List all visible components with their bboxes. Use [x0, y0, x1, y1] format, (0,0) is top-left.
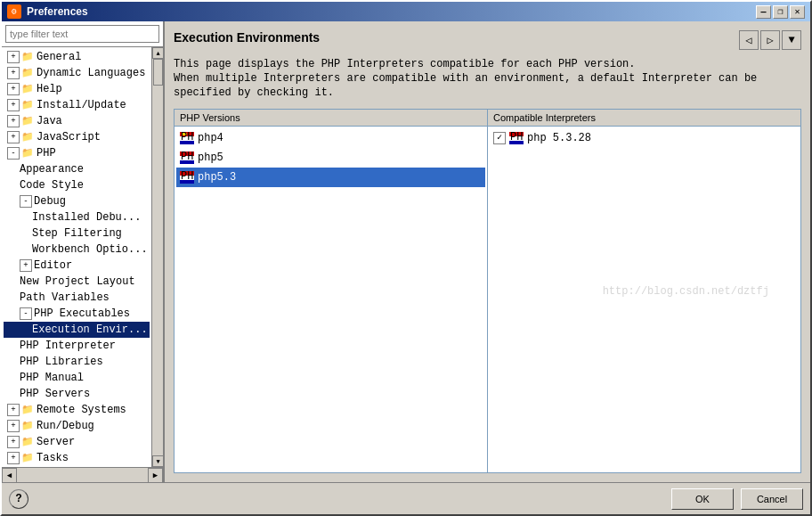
minimize-button[interactable]: — [756, 5, 771, 19]
tree-label-editor: Editor [34, 258, 72, 273]
back-button[interactable]: ◁ [739, 30, 759, 50]
tree-label-tasks: Tasks [37, 451, 69, 465]
folder-icon-tasks: 📁 [21, 451, 34, 465]
tree-label-javascript: JavaScript [37, 130, 101, 144]
scroll-thumb[interactable] [153, 59, 163, 86]
tree-item-php-interpreter[interactable]: PHP Interpreter [4, 338, 150, 354]
tree-label-general: General [37, 50, 81, 64]
scroll-left-btn[interactable]: ◀ [2, 468, 17, 482]
tree-label-php-interpreter: PHP Interpreter [20, 339, 116, 353]
tree-item-general[interactable]: + 📁 General [4, 49, 150, 65]
title-bar: ⚙ Preferences — ❐ ✕ [2, 2, 810, 21]
tree-item-php-executables[interactable]: - PHP Executables [4, 306, 150, 322]
tree-item-remote-systems[interactable]: + 📁 Remote Systems [4, 402, 150, 418]
php-version-item-php4[interactable]: PHP php4 [176, 128, 485, 148]
tree-label-new-project-layout: New Project Layout [20, 274, 135, 289]
tree-label-php-servers: PHP Servers [20, 387, 90, 401]
expand-icon-php-executables[interactable]: - [20, 307, 32, 320]
svg-text:PHP: PHP [181, 170, 194, 183]
tree-item-step-filtering[interactable]: Step Filtering [4, 225, 150, 242]
tree-item-execution-envir[interactable]: Execution Envir... [4, 322, 150, 338]
tree-label-php: PHP [37, 146, 56, 160]
php-versions-header: PHP Versions [175, 110, 487, 127]
tree-item-editor[interactable]: + Editor [4, 258, 150, 274]
tree-label-debug: Debug [34, 194, 66, 209]
tree-scrollbar: ▲ ▼ [151, 47, 163, 467]
title-buttons: — ❐ ✕ [756, 5, 805, 19]
tree-item-javascript[interactable]: + 📁 JavaScript [4, 129, 150, 145]
tree-item-java[interactable]: + 📁 Java [4, 113, 150, 129]
tree-item-path-variables[interactable]: Path Variables [4, 290, 150, 306]
expand-icon-help[interactable]: + [7, 83, 20, 95]
tree-item-debug[interactable]: - Debug [4, 193, 150, 209]
folder-icon-remote-systems: 📁 [21, 403, 34, 417]
scroll-up-btn[interactable]: ▲ [152, 47, 163, 59]
tree-item-php-libraries[interactable]: PHP Libraries [4, 354, 150, 370]
forward-icon: ▷ [767, 34, 773, 47]
tree-label-php-libraries: PHP Libraries [20, 355, 103, 369]
expand-icon-java[interactable]: + [7, 115, 20, 127]
folder-icon-php: 📁 [21, 146, 34, 160]
dropdown-button[interactable]: ▼ [782, 30, 801, 50]
forward-button[interactable]: ▷ [760, 30, 780, 50]
tree-item-help[interactable]: + 📁 Help [4, 81, 150, 97]
expand-icon-server[interactable]: + [7, 436, 20, 448]
tree-item-new-project-layout[interactable]: New Project Layout [4, 274, 150, 290]
description-line1: This page displays the PHP Interpreters … [174, 57, 801, 71]
expand-icon-javascript[interactable]: + [7, 131, 20, 143]
tree-item-server[interactable]: + 📁 Server [4, 434, 150, 450]
tree-item-tasks[interactable]: + 📁 Tasks [4, 450, 150, 466]
tree-label-installed-debug: Installed Debu... [32, 210, 141, 225]
expand-icon-install-update[interactable]: + [7, 99, 20, 111]
left-panel: + 📁 General + 📁 Dynamic Languages + 📁 [2, 21, 165, 482]
tree-item-dynamic-languages[interactable]: + 📁 Dynamic Languages [4, 65, 150, 81]
expand-icon-tasks[interactable]: + [7, 452, 20, 464]
tree-item-installed-debug[interactable]: Installed Debu... [4, 209, 150, 225]
php-version-item-php53[interactable]: PHP php5.3 [176, 168, 485, 187]
expand-icon-run-debug[interactable]: + [7, 420, 20, 432]
window-title: Preferences [27, 5, 88, 18]
tree-item-install-update[interactable]: + 📁 Install/Update [4, 97, 150, 113]
tree-label-appearance: Appearance [20, 162, 84, 176]
help-button[interactable]: ? [9, 489, 28, 509]
checkbox-php528[interactable]: ✓ [493, 132, 506, 144]
expand-icon-general[interactable]: + [7, 51, 20, 63]
php-icon-compatible: PHP [509, 131, 524, 145]
nav-buttons: ◁ ▷ ▼ [739, 30, 801, 50]
expand-icon-debug[interactable]: - [20, 195, 32, 208]
tree-label-install-update: Install/Update [37, 98, 126, 112]
content-area: + 📁 General + 📁 Dynamic Languages + 📁 [2, 21, 810, 482]
compatible-item-php528[interactable]: ✓ PHP php 5.3.28 [490, 128, 799, 148]
tree-label-path-variables: Path Variables [20, 291, 110, 305]
scroll-right-btn[interactable]: ▶ [148, 468, 163, 482]
tree-item-php-servers[interactable]: PHP Servers [4, 386, 150, 402]
expand-icon-remote-systems[interactable]: + [7, 404, 20, 416]
close-button[interactable]: ✕ [790, 5, 805, 19]
php-versions-panel: PHP Versions PHP [174, 109, 488, 473]
expand-icon-dynamic-languages[interactable]: + [7, 67, 20, 79]
tree-item-php[interactable]: - 📁 PHP [4, 145, 150, 161]
folder-icon-run-debug: 📁 [21, 419, 34, 433]
cancel-button[interactable]: Cancel [741, 488, 803, 510]
expand-icon-editor[interactable]: + [20, 259, 32, 272]
compatible-header: Compatible Interpreters [488, 110, 800, 127]
tree-item-php-manual[interactable]: PHP Manual [4, 370, 150, 386]
ok-button[interactable]: OK [671, 488, 734, 510]
php-version-item-php5[interactable]: PHP php5 [176, 148, 485, 168]
folder-icon-install-update: 📁 [21, 98, 34, 112]
tree-item-code-style[interactable]: Code Style [4, 177, 150, 193]
tree-label-step-filtering: Step Filtering [32, 226, 122, 241]
php4-label: php4 [198, 130, 223, 146]
bottom-buttons: OK Cancel [671, 488, 803, 510]
tree-item-workbench-options[interactable]: Workbench Optio... [4, 242, 150, 258]
filter-input[interactable] [5, 25, 159, 43]
tree-label-help: Help [37, 82, 62, 96]
folder-icon-java: 📁 [21, 114, 34, 128]
filter-container [2, 21, 163, 47]
tree-item-run-debug[interactable]: + 📁 Run/Debug [4, 418, 150, 434]
scroll-down-btn[interactable]: ▼ [152, 455, 163, 467]
tree-item-appearance[interactable]: Appearance [4, 161, 150, 177]
expand-icon-php[interactable]: - [7, 147, 20, 160]
restore-button[interactable]: ❐ [773, 5, 788, 19]
h-scroll-track [17, 468, 148, 482]
